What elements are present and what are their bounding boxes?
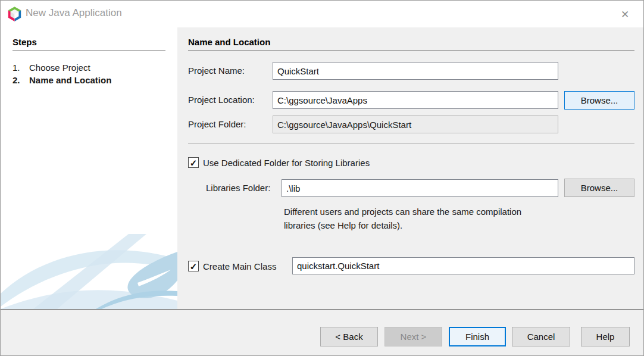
decorative-swoosh xyxy=(1,234,177,309)
project-name-input[interactable] xyxy=(273,62,558,80)
project-location-label: Project Location: xyxy=(188,91,255,109)
step-label: Name and Location xyxy=(29,75,111,85)
help-button[interactable]: Help xyxy=(581,327,630,346)
libraries-folder-label: Libraries Folder: xyxy=(206,179,270,197)
hint-line-1: Different users and projects can share t… xyxy=(284,205,521,218)
use-dedicated-folder-checkbox[interactable]: ✓ xyxy=(188,157,199,168)
panel-title: Name and Location xyxy=(188,37,634,51)
back-button[interactable]: < Back xyxy=(320,327,378,346)
netbeans-logo-icon xyxy=(7,6,23,22)
steps-panel: Steps 1.Choose Project 2.Name and Locati… xyxy=(1,27,177,309)
finish-button[interactable]: Finish xyxy=(449,327,506,346)
section-separator xyxy=(188,143,634,144)
new-java-application-dialog: New Java Application ✕ Steps 1.Choose Pr… xyxy=(0,0,644,356)
step-item-name-and-location: 2.Name and Location xyxy=(12,75,111,85)
project-folder-label: Project Folder: xyxy=(188,115,246,133)
check-icon: ✓ xyxy=(190,158,198,167)
project-folder-field xyxy=(273,115,558,133)
name-and-location-panel: Name and Location Project Name: Project … xyxy=(177,27,644,309)
step-number: 2. xyxy=(12,75,29,85)
libraries-hint-text: Different users and projects can share t… xyxy=(284,205,521,232)
window-title: New Java Application xyxy=(26,7,122,19)
create-main-class-label: Create Main Class xyxy=(203,261,276,271)
main-class-input[interactable] xyxy=(292,257,634,274)
next-button: Next > xyxy=(384,327,442,346)
create-main-class-checkbox[interactable]: ✓ xyxy=(188,261,199,271)
check-icon: ✓ xyxy=(190,262,198,271)
cancel-button[interactable]: Cancel xyxy=(512,327,570,346)
step-number: 1. xyxy=(12,63,29,73)
use-dedicated-folder-label: Use Dedicated Folder for Storing Librari… xyxy=(203,158,370,168)
close-icon[interactable]: ✕ xyxy=(615,7,635,22)
titlebar: New Java Application ✕ xyxy=(1,1,643,27)
step-item-choose-project: 1.Choose Project xyxy=(12,63,90,73)
libraries-folder-input[interactable] xyxy=(282,179,558,197)
project-name-label: Project Name: xyxy=(188,62,245,80)
browse-location-button[interactable]: Browse... xyxy=(564,91,634,110)
browse-libraries-button[interactable]: Browse... xyxy=(564,179,634,197)
button-bar: < Back Next > Finish Cancel Help xyxy=(1,309,644,356)
hint-line-2: libraries (see Help for details). xyxy=(284,218,521,232)
steps-header: Steps xyxy=(12,37,165,51)
project-location-input[interactable] xyxy=(273,91,558,109)
step-label: Choose Project xyxy=(29,63,90,73)
